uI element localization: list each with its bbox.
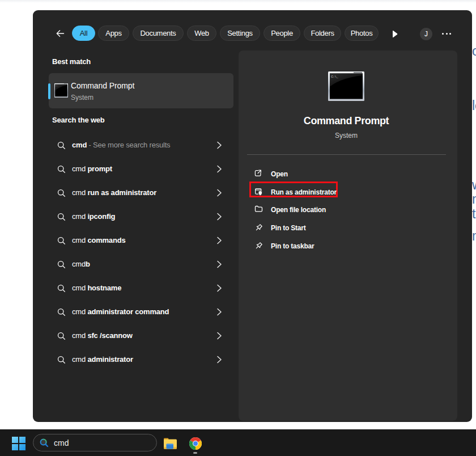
svg-text:C:\_: C:\_	[332, 75, 339, 79]
svg-text:C:\_: C:\_	[56, 85, 58, 87]
